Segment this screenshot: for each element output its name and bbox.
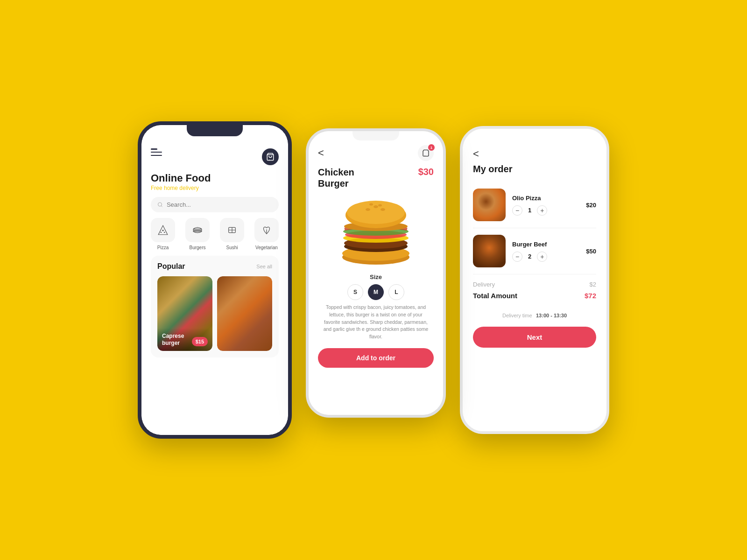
category-sushi[interactable]: Sushi: [220, 218, 244, 250]
cart-button[interactable]: [262, 148, 279, 165]
order-item-burger: Burger Beef − 2 + $50: [473, 228, 596, 274]
add-to-order-button[interactable]: Add to order: [318, 348, 434, 368]
pizza-order-image: [473, 189, 506, 221]
burger-order-price: $50: [586, 248, 596, 255]
order-title: My order: [473, 164, 596, 175]
pizza-icon: [157, 224, 169, 236]
svg-point-0: [269, 160, 270, 161]
pizza-order-info: Olio Pizza − 1 +: [512, 195, 579, 216]
notch-1: [187, 125, 243, 136]
svg-point-12: [424, 155, 425, 156]
delivery-time-label: Delivery time: [502, 313, 532, 318]
category-vegetarian[interactable]: Vegetarian: [254, 218, 279, 250]
svg-point-1: [273, 160, 274, 161]
sushi-icon-box: [220, 218, 244, 242]
size-s[interactable]: S: [347, 284, 363, 300]
product-description: Topped with crispy bacon, juicy tomatoes…: [318, 304, 434, 341]
svg-rect-6: [193, 229, 202, 230]
size-l[interactable]: L: [388, 284, 404, 300]
svg-point-26: [381, 208, 385, 211]
category-burgers[interactable]: Burgers: [185, 218, 210, 250]
burger-qty-controls: − 2 +: [512, 252, 579, 262]
category-pizza[interactable]: Pizza: [151, 218, 175, 250]
svg-point-23: [347, 201, 405, 224]
sushi-label: Sushi: [226, 245, 238, 250]
svg-point-13: [428, 155, 429, 156]
burger-order-name: Burger Beef: [512, 241, 579, 248]
size-options: S M L: [318, 284, 434, 300]
cart-icon-detail: [422, 149, 430, 157]
order-item-pizza: Olio Pizza − 1 + $20: [473, 182, 596, 228]
size-label: Size: [318, 273, 434, 280]
svg-rect-7: [193, 231, 202, 231]
burgers-label: Burgers: [189, 245, 205, 250]
product-name: ChickenBurger: [318, 167, 354, 189]
phone-order: < My order Olio Pizza − 1 +: [460, 126, 609, 434]
total-amount-value: $72: [585, 292, 596, 300]
next-button[interactable]: Next: [473, 327, 596, 348]
vegetarian-icon: [261, 224, 273, 236]
pizza-icon-box: [151, 218, 175, 242]
order-summary: Delivery $2 Total Amount $72: [473, 274, 596, 306]
pizza-order-price: $20: [586, 202, 596, 209]
burger-order-image: [473, 235, 506, 267]
burger-quantity: 2: [528, 253, 531, 260]
cart-button-detail[interactable]: 1: [418, 145, 434, 161]
phones-container: Online Food Free home delivery: [138, 121, 609, 439]
phone-product: < 1 ChickenBurger $30: [306, 128, 446, 418]
delivery-fee-value: $2: [590, 281, 596, 288]
sushi-icon: [226, 224, 238, 236]
search-bar[interactable]: [151, 197, 279, 212]
burger-increase-btn[interactable]: +: [537, 252, 547, 262]
search-input[interactable]: [167, 201, 272, 208]
svg-point-28: [378, 204, 382, 207]
cart-badge: 1: [428, 144, 435, 151]
svg-point-27: [369, 203, 373, 206]
see-all-link[interactable]: See all: [256, 264, 272, 269]
cart-icon: [266, 153, 275, 161]
delivery-time-value: 13:00 - 13:30: [536, 313, 567, 318]
popular-item-pizza[interactable]: [217, 276, 272, 351]
pizza-increase-btn[interactable]: +: [537, 205, 547, 216]
pizza-label: Pizza: [157, 245, 169, 250]
delivery-time-section: Delivery time 13:00 - 13:30: [473, 311, 596, 319]
notch-3: [511, 129, 558, 138]
burger-icon: [191, 224, 204, 236]
pizza-order-name: Olio Pizza: [512, 195, 579, 202]
svg-point-5: [164, 232, 165, 233]
notch-2: [352, 131, 399, 140]
burger-svg: [327, 193, 425, 270]
order-back-button[interactable]: <: [473, 148, 479, 160]
caprese-burger-price: $15: [192, 337, 208, 346]
hamburger-menu-icon[interactable]: [151, 148, 162, 156]
app-subtitle: Free home delivery: [151, 185, 279, 191]
pizza-qty-controls: − 1 +: [512, 205, 579, 216]
burger-order-info: Burger Beef − 2 +: [512, 241, 579, 262]
total-amount-label: Total Amount: [473, 292, 517, 300]
burger-hero-image: [318, 193, 434, 270]
pizza-quantity: 1: [528, 207, 531, 214]
categories-list: Pizza Burgers: [151, 218, 279, 250]
popular-section: Popular See all Capreseburger $15: [151, 256, 279, 357]
svg-point-24: [366, 208, 370, 211]
size-m[interactable]: M: [368, 284, 384, 300]
popular-item-burger[interactable]: Capreseburger $15: [157, 276, 212, 351]
search-icon: [157, 202, 163, 208]
popular-title: Popular: [157, 262, 185, 271]
back-button[interactable]: <: [318, 147, 324, 159]
product-price: $30: [418, 167, 434, 177]
delivery-fee-label: Delivery: [473, 281, 495, 288]
svg-point-3: [162, 230, 163, 231]
vegetarian-icon-box: [254, 218, 279, 242]
phone-home: Online Food Free home delivery: [138, 121, 292, 439]
svg-point-4: [161, 232, 162, 233]
pizza-decrease-btn[interactable]: −: [512, 205, 522, 216]
popular-items-list: Capreseburger $15: [157, 276, 272, 351]
svg-point-25: [374, 205, 378, 208]
vegetarian-label: Vegetarian: [255, 245, 278, 250]
app-title: Online Food: [151, 173, 279, 184]
burger-decrease-btn[interactable]: −: [512, 252, 522, 262]
burgers-icon-box: [185, 218, 210, 242]
size-section: Size S M L: [318, 273, 434, 300]
